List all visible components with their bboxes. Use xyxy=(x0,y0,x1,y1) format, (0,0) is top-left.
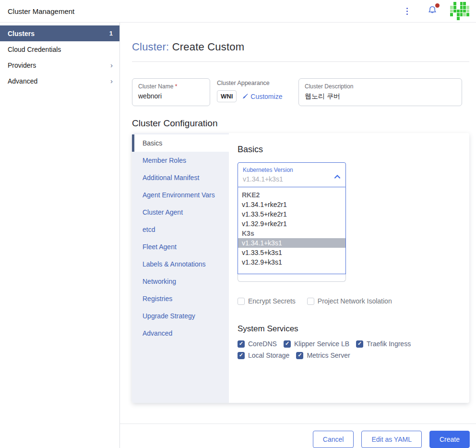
system-services-list: CoreDNS Klipper Service LB Traefik Ingre… xyxy=(238,340,463,359)
checkbox-label: CoreDNS xyxy=(248,340,277,348)
kebab-menu-icon[interactable] xyxy=(402,5,413,18)
cluster-meta-form: Cluster Name * webnori Cluster Appearanc… xyxy=(132,78,462,106)
cluster-name-value: webnori xyxy=(138,92,204,100)
kubernetes-version-label: Kubernetes Version xyxy=(243,167,341,173)
checkbox-checked-icon xyxy=(356,340,363,348)
option-group-rke2: RKE2 xyxy=(238,190,345,200)
checkbox-label: Traefik Ingress xyxy=(367,340,411,348)
checkbox-checked-icon xyxy=(238,352,245,359)
version-option-selected[interactable]: v1.34.1+k3s1 xyxy=(238,238,345,248)
tab-upgrade-strategy[interactable]: Upgrade Strategy xyxy=(132,307,229,325)
notifications-button[interactable] xyxy=(427,5,438,17)
local-storage-checkbox[interactable]: Local Storage xyxy=(238,351,289,359)
required-asterisk: * xyxy=(175,83,178,90)
checkbox-checked-icon xyxy=(284,340,291,348)
kubernetes-version-select[interactable]: Kubernetes Version v1.34.1+k3s1 xyxy=(238,162,346,187)
checkbox-label: Local Storage xyxy=(248,351,289,359)
tab-networking[interactable]: Networking xyxy=(132,273,229,290)
checkbox-label: Klipper Service LB xyxy=(294,340,349,348)
tab-advanced[interactable]: Advanced xyxy=(132,325,229,342)
basics-panel: Basics Kubernetes Version v1.34.1+k3s1 R… xyxy=(229,133,469,403)
sidebar-item-clusters[interactable]: Clusters 1 xyxy=(0,25,119,41)
cluster-description-label: Cluster Description xyxy=(305,83,456,90)
cluster-appearance-label: Cluster Appearance xyxy=(217,80,292,86)
version-option[interactable]: v1.32.9+k3s1 xyxy=(238,257,345,267)
checkbox-label: Metrics Server xyxy=(307,351,350,359)
app-header: Cluster Management xyxy=(0,0,476,23)
kubernetes-version-value: v1.34.1+k3s1 xyxy=(243,175,341,183)
tab-member-roles[interactable]: Member Roles xyxy=(132,152,229,169)
basics-heading: Basics xyxy=(238,145,463,155)
tab-additional-manifest[interactable]: Additional Manifest xyxy=(132,169,229,186)
clusters-count-badge: 1 xyxy=(109,30,113,37)
customize-label: Customize xyxy=(250,93,282,100)
cluster-name-field[interactable]: Cluster Name * webnori xyxy=(132,78,210,106)
page-title-text: Create Custom xyxy=(169,41,244,53)
page-title: Cluster: Create Custom xyxy=(132,41,469,53)
version-option[interactable]: v1.33.5+k3s1 xyxy=(238,248,345,257)
kubernetes-version-dropdown: RKE2 v1.34.1+rke2r1 v1.33.5+rke2r1 v1.32… xyxy=(238,187,346,274)
app-title: Cluster Management xyxy=(8,7,74,15)
sidebar-item-cloud-credentials[interactable]: Cloud Credentials xyxy=(0,41,119,57)
cluster-description-value: 웹노리 쿠버 xyxy=(305,92,456,101)
action-bar: Cancel Edit as YAML Create xyxy=(120,424,476,448)
chevron-up-icon xyxy=(334,174,341,179)
checkbox-unchecked-icon xyxy=(307,298,314,305)
cluster-description-field[interactable]: Cluster Description 웹노리 쿠버 xyxy=(298,78,462,106)
encrypt-secrets-checkbox[interactable]: Encrypt Secrets xyxy=(238,297,296,305)
select-box-underlay xyxy=(238,274,346,282)
title-divider xyxy=(132,61,469,62)
checkbox-label: Encrypt Secrets xyxy=(248,297,296,305)
customize-link[interactable]: Customize xyxy=(242,93,282,100)
sidebar-item-label: Advanced xyxy=(8,77,37,85)
tab-registries[interactable]: Registries xyxy=(132,290,229,307)
sidebar-item-label: Providers xyxy=(8,61,36,69)
version-option[interactable]: v1.32.9+rke2r1 xyxy=(238,219,345,229)
checkbox-checked-icon xyxy=(238,340,245,348)
chevron-right-icon: › xyxy=(110,61,113,69)
tab-agent-environment-vars[interactable]: Agent Environment Vars xyxy=(132,186,229,204)
tab-labels-annotations[interactable]: Labels & Annotations xyxy=(132,255,229,273)
config-tab-list: Basics Member Roles Additional Manifest … xyxy=(132,133,229,403)
klipper-service-lb-checkbox[interactable]: Klipper Service LB xyxy=(284,340,349,348)
sidebar-item-providers[interactable]: Providers › xyxy=(0,57,119,73)
edit-as-yaml-button[interactable]: Edit as YAML xyxy=(361,431,422,448)
traefik-ingress-checkbox[interactable]: Traefik Ingress xyxy=(356,340,411,348)
tab-basics[interactable]: Basics xyxy=(132,134,229,152)
coredns-checkbox[interactable]: CoreDNS xyxy=(238,340,277,348)
checkbox-unchecked-icon xyxy=(238,298,245,305)
config-section-heading: Cluster Configuration xyxy=(132,118,469,129)
appearance-badge: WNI xyxy=(217,90,237,102)
tab-etcd[interactable]: etcd xyxy=(132,221,229,238)
sidebar: Clusters 1 Cloud Credentials Providers ›… xyxy=(0,23,120,448)
project-network-isolation-checkbox[interactable]: Project Network Isolation xyxy=(307,297,392,305)
paintbrush-icon xyxy=(242,93,248,99)
tab-fleet-agent[interactable]: Fleet Agent xyxy=(132,238,229,255)
page-title-prefix: Cluster: xyxy=(132,41,169,53)
checkbox-label: Project Network Isolation xyxy=(318,297,392,305)
metrics-server-checkbox[interactable]: Metrics Server xyxy=(296,351,350,359)
sidebar-item-label: Clusters xyxy=(8,30,35,37)
chevron-right-icon: › xyxy=(110,77,113,85)
sidebar-item-advanced[interactable]: Advanced › xyxy=(0,73,119,89)
brand-logo-icon[interactable] xyxy=(450,2,469,20)
cancel-button[interactable]: Cancel xyxy=(313,431,354,448)
sidebar-item-label: Cloud Credentials xyxy=(8,46,61,53)
system-services-heading: System Services xyxy=(238,324,463,334)
option-group-k3s: K3s xyxy=(238,229,345,238)
version-option[interactable]: v1.33.5+rke2r1 xyxy=(238,209,345,219)
notification-dot xyxy=(435,3,440,8)
tab-cluster-agent[interactable]: Cluster Agent xyxy=(132,204,229,221)
checkbox-checked-icon xyxy=(296,352,303,359)
cluster-config-panel: Basics Member Roles Additional Manifest … xyxy=(132,133,469,403)
version-option[interactable]: v1.34.1+rke2r1 xyxy=(238,200,345,209)
create-button[interactable]: Create xyxy=(429,431,470,448)
cluster-name-label: Cluster Name * xyxy=(138,83,204,90)
cluster-appearance-group: Cluster Appearance WNI Customize xyxy=(217,78,292,106)
